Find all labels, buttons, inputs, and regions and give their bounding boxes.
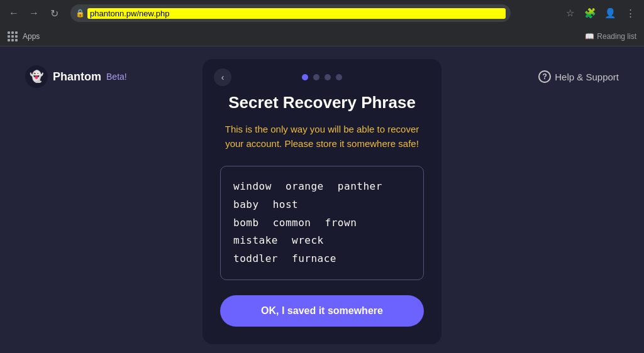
forward-button[interactable]: →: [25, 4, 43, 22]
phrase-line-1: window orange panther baby host: [233, 178, 411, 214]
bookmark-star-button[interactable]: ☆: [561, 4, 579, 22]
back-button[interactable]: ←: [5, 4, 23, 22]
apps-label[interactable]: Apps: [23, 32, 40, 41]
pagination-dots: ‹: [220, 74, 424, 80]
card-back-button[interactable]: ‹: [214, 68, 231, 86]
reading-list-button[interactable]: 📖 Reading list: [585, 32, 636, 41]
dot-3: [325, 74, 331, 80]
menu-button[interactable]: ⋮: [621, 4, 639, 22]
phantom-header: 👻 Phantom Beta!: [25, 65, 127, 88]
recovery-phrase-box: window orange panther baby host bomb com…: [220, 166, 424, 280]
refresh-button[interactable]: ↻: [45, 4, 63, 22]
address-bar[interactable]: [87, 8, 506, 19]
browser-frame: ← → ↻ 🔒 ☆ 🧩 👤 ⋮ Apps 📖 Reading list: [0, 0, 644, 46]
help-support-link[interactable]: ? Help & Support: [538, 70, 619, 83]
phantom-logo-icon: 👻: [30, 70, 43, 84]
page-background: 👻 Phantom Beta! ? Help & Support ‹ Secre: [0, 46, 644, 353]
apps-grid-icon: [8, 31, 18, 41]
bookmarks-bar: Apps 📖 Reading list: [0, 26, 644, 46]
nav-bar: ← → ↻ 🔒 ☆ 🧩 👤 ⋮: [0, 0, 644, 26]
main-card: ‹ Secret Recovery Phrase This is the onl…: [203, 59, 441, 344]
phantom-badge: Beta!: [106, 72, 127, 82]
dot-4: [336, 74, 342, 80]
help-icon: ?: [538, 70, 551, 83]
reading-list-label: Reading list: [597, 32, 636, 41]
reading-list-icon: 📖: [585, 32, 594, 41]
extensions-button[interactable]: 🧩: [581, 4, 599, 22]
nav-right-icons: ☆ 🧩 👤 ⋮: [561, 4, 639, 22]
phantom-brand-name: Phantom: [53, 70, 101, 84]
phantom-logo: 👻: [25, 65, 48, 88]
page-content: 👻 Phantom Beta! ? Help & Support ‹ Secre: [0, 46, 644, 353]
dot-2: [313, 74, 319, 80]
dot-1: [302, 74, 308, 80]
ok-saved-button[interactable]: OK, I saved it somewhere: [220, 295, 424, 327]
profile-button[interactable]: 👤: [601, 4, 619, 22]
phrase-line-2: bomb common frown mistake wreck: [233, 214, 411, 251]
address-bar-wrapper: 🔒: [70, 4, 511, 22]
card-title: Secret Recovery Phrase: [220, 93, 424, 112]
lock-icon: 🔒: [75, 9, 85, 18]
card-warning-text: This is the only way you will be able to…: [220, 122, 424, 151]
phrase-line-3: toddler furnace: [233, 250, 411, 268]
help-support-label: Help & Support: [555, 72, 619, 82]
